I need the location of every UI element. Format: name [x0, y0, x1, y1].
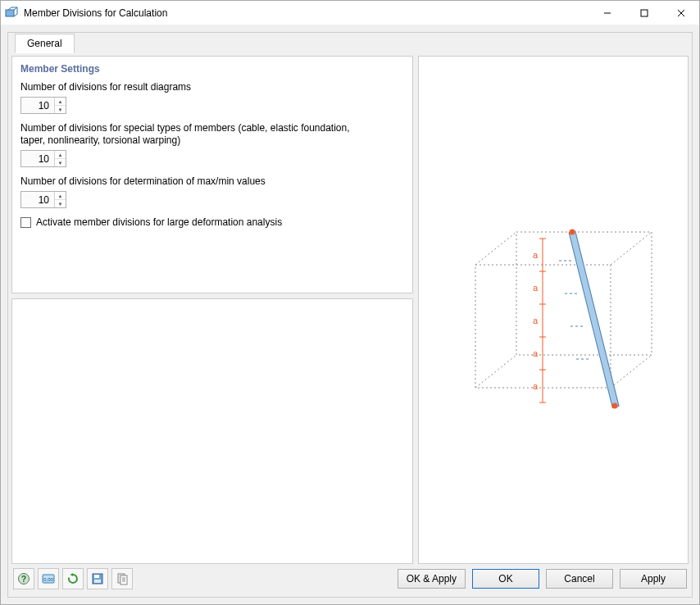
save-icon	[91, 572, 104, 585]
field-maxmin: Number of divisions for determination of…	[20, 175, 404, 208]
tab-general[interactable]: General	[15, 34, 75, 53]
dim-label: a	[533, 348, 539, 358]
ok-button[interactable]: OK	[472, 569, 539, 589]
step-down-icon[interactable]: ▼	[55, 200, 66, 207]
svg-rect-3	[641, 10, 648, 16]
svg-point-18	[612, 403, 618, 409]
step-up-icon[interactable]: ▲	[55, 98, 66, 106]
layout-grid: Member Settings Number of divisions for …	[11, 56, 689, 564]
svg-marker-30	[70, 573, 74, 576]
clipboard-icon	[116, 572, 129, 585]
svg-line-10	[475, 355, 516, 388]
input-result-diagrams[interactable]	[21, 98, 54, 113]
dim-label: a	[533, 283, 539, 293]
help-icon: ?	[17, 572, 30, 585]
spinner-maxmin: ▲ ▼	[20, 191, 66, 208]
label-special-types: Number of divisions for special types of…	[20, 122, 365, 147]
minimize-button[interactable]	[589, 1, 625, 25]
svg-rect-32	[94, 575, 99, 578]
app-icon	[4, 6, 19, 20]
reset-button[interactable]	[62, 568, 84, 589]
field-result-diagrams: Number of divisions for result diagrams …	[20, 81, 404, 114]
svg-text:?: ?	[21, 575, 26, 584]
dialog-footer: ? 0,00 OK & Apply OK Cancel	[11, 564, 689, 594]
maximize-button[interactable]	[625, 1, 662, 25]
save-default-button[interactable]	[87, 568, 108, 589]
footer-buttons: OK & Apply OK Cancel Apply	[398, 569, 687, 589]
tab-strip: General	[11, 33, 689, 52]
dim-label: a	[533, 316, 539, 325]
refresh-icon	[66, 572, 80, 585]
preview-panel: a a a a a	[418, 56, 689, 564]
step-down-icon[interactable]: ▼	[55, 159, 66, 166]
svg-rect-33	[94, 580, 101, 583]
window-controls	[589, 1, 699, 25]
dialog-window: Member Divisions for Calculation General…	[0, 0, 700, 605]
checkbox-activate[interactable]	[20, 217, 31, 228]
tab-container: General Member Settings Number of divisi…	[7, 32, 693, 598]
member-settings-panel: Member Settings Number of divisions for …	[11, 56, 413, 293]
label-result-diagrams: Number of divisions for result diagrams	[20, 81, 365, 93]
svg-line-11	[611, 355, 652, 388]
cancel-button[interactable]: Cancel	[546, 569, 613, 589]
label-activate: Activate member divisions for large defo…	[36, 216, 282, 228]
spinner-special-types: ▲ ▼	[20, 150, 66, 167]
svg-point-17	[570, 230, 575, 235]
member-settings-heading: Member Settings	[20, 63, 404, 75]
units-icon: 0,00	[42, 572, 55, 585]
field-special-types: Number of divisions for special types of…	[20, 122, 404, 167]
help-button[interactable]: ?	[13, 568, 34, 589]
units-button[interactable]: 0,00	[38, 568, 59, 589]
input-special-types[interactable]	[21, 151, 54, 166]
close-button[interactable]	[662, 1, 699, 25]
label-maxmin: Number of divisions for determination of…	[20, 175, 365, 188]
window-title: Member Divisions for Calculation	[24, 7, 167, 19]
dim-label: a	[533, 250, 539, 260]
svg-line-8	[475, 232, 516, 265]
svg-rect-0	[6, 10, 14, 16]
member-preview-icon: a a a a a	[443, 199, 664, 421]
titlebar: Member Divisions for Calculation	[1, 1, 699, 25]
stepper-result-diagrams: ▲ ▼	[54, 98, 66, 113]
stepper-special-types: ▲ ▼	[54, 151, 66, 166]
svg-text:0,00: 0,00	[43, 577, 53, 582]
dim-label: a	[533, 381, 539, 391]
stepper-maxmin: ▲ ▼	[54, 192, 66, 207]
ok-apply-button[interactable]: OK & Apply	[398, 569, 466, 589]
apply-button[interactable]: Apply	[620, 569, 687, 589]
svg-rect-12	[569, 231, 619, 407]
step-down-icon[interactable]: ▼	[55, 106, 66, 113]
step-up-icon[interactable]: ▲	[55, 151, 66, 159]
checkbox-row-activate[interactable]: Activate member divisions for large defo…	[20, 216, 404, 228]
step-up-icon[interactable]: ▲	[55, 192, 66, 200]
spare-panel	[11, 298, 413, 564]
input-maxmin[interactable]	[21, 192, 54, 207]
svg-line-9	[611, 232, 652, 265]
dialog-content: General Member Settings Number of divisi…	[1, 25, 699, 604]
copy-button[interactable]	[111, 568, 133, 589]
spinner-result-diagrams: ▲ ▼	[20, 97, 66, 114]
